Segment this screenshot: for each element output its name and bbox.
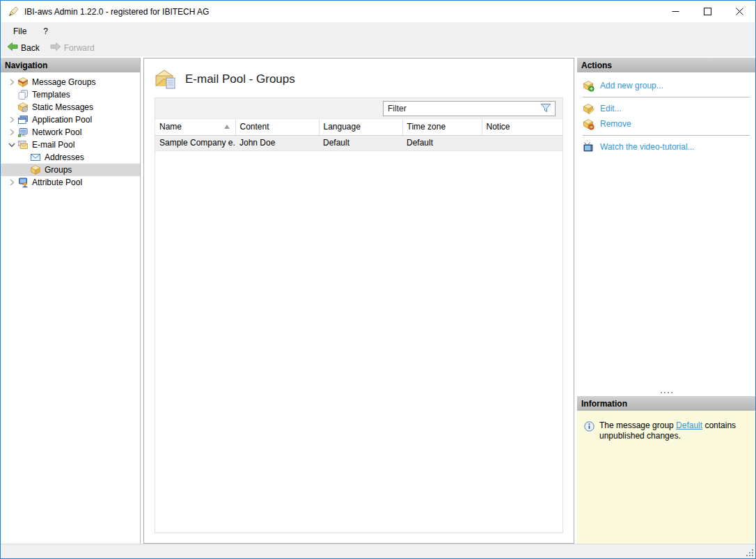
main-panel: E-mail Pool - Groups (143, 58, 574, 544)
chevron-down-icon[interactable] (6, 139, 17, 150)
tree-item-label: Templates (32, 90, 70, 100)
forward-arrow-icon (50, 41, 61, 54)
addresses-icon (30, 152, 41, 163)
tree-item-label: Network Pool (32, 127, 81, 137)
navigation-tree: Message Groups Templates (1, 72, 140, 189)
chevron-right-icon[interactable] (6, 127, 17, 138)
chevron-right-icon[interactable] (6, 177, 17, 188)
message-groups-icon (17, 77, 29, 88)
attribute-pool-icon (17, 177, 29, 188)
chevron-placeholder (19, 152, 30, 163)
email-pool-groups-icon (155, 69, 177, 90)
action-label[interactable]: Add new group... (600, 81, 663, 90)
remove-group-action[interactable]: Remove (583, 116, 755, 132)
actions-separator (583, 97, 750, 97)
app-window: IBI-aws Admin 1.22.0 - registered for IB… (0, 0, 756, 559)
filter-bar (155, 98, 562, 119)
tree-item-label: Static Messages (32, 102, 93, 112)
navigation-panel: Navigation Mess (1, 58, 141, 544)
cell-timezone[interactable]: Default (402, 135, 482, 150)
tree-item-label: Application Pool (32, 115, 92, 125)
chevron-right-icon[interactable] (6, 114, 17, 125)
actions-panel: Actions Add new group... (577, 58, 755, 157)
back-arrow-icon (7, 41, 18, 54)
forward-button[interactable]: Forward (46, 40, 99, 56)
sort-ascending-icon (224, 125, 230, 129)
tree-item-label: Attribute Pool (32, 178, 82, 187)
back-label: Back (21, 43, 40, 53)
video-tutorial-icon (583, 141, 594, 153)
tree-item-application-pool[interactable]: Application Pool (1, 113, 140, 126)
tree-item-label: E-mail Pool (32, 140, 74, 150)
info-icon (584, 421, 594, 432)
remove-group-icon (583, 118, 594, 130)
table-row[interactable]: Sample Company e... John Doe Default Def… (155, 135, 562, 150)
edit-group-icon (583, 103, 594, 115)
email-pool-icon (17, 139, 29, 150)
status-bar (1, 544, 755, 558)
column-header-name[interactable]: Name (155, 119, 235, 135)
video-tutorial-action[interactable]: Watch the video-tutorial... (583, 139, 755, 155)
tree-item-attribute-pool[interactable]: Attribute Pool (1, 176, 140, 189)
tree-item-label: Addresses (45, 152, 84, 162)
tree-item-email-pool[interactable]: E-mail Pool (1, 139, 140, 151)
templates-icon (17, 89, 29, 100)
groups-icon (30, 164, 41, 175)
chevron-right-icon[interactable] (6, 77, 17, 88)
tree-item-addresses[interactable]: Addresses (1, 151, 140, 164)
groups-table: Name Content Language Time zone Notice S… (155, 119, 562, 151)
tree-item-message-groups[interactable]: Message Groups (1, 76, 140, 88)
column-header-content[interactable]: Content (235, 119, 319, 135)
tree-item-static-messages[interactable]: Static Messages (1, 101, 140, 113)
table-header-row: Name Content Language Time zone Notice (155, 119, 562, 135)
actions-separator (583, 135, 750, 136)
default-group-link[interactable]: Default (676, 420, 702, 430)
cell-notice[interactable] (482, 135, 562, 150)
tree-item-label: Message Groups (32, 77, 95, 87)
filter-input[interactable] (384, 104, 540, 113)
cell-language[interactable]: Default (319, 135, 402, 150)
information-body: The message group Default contains unpub… (577, 411, 755, 544)
actions-list: Add new group... Edit... (577, 72, 755, 157)
action-label[interactable]: Remove (600, 119, 631, 129)
close-button[interactable] (723, 1, 755, 22)
tree-item-network-pool[interactable]: Network Pool (1, 126, 140, 139)
filter-funnel-icon[interactable] (540, 103, 553, 113)
chevron-placeholder (19, 164, 30, 175)
app-icon (7, 6, 19, 18)
content-area: Navigation Mess (1, 56, 755, 544)
filter-input-box[interactable] (383, 101, 556, 116)
column-header-timezone[interactable]: Time zone (402, 119, 482, 135)
title-bar: IBI-aws Admin 1.22.0 - registered for IB… (1, 1, 755, 22)
information-message: The message group Default contains unpub… (599, 420, 748, 441)
action-label[interactable]: Watch the video-tutorial... (600, 142, 695, 152)
tree-item-label: Groups (45, 165, 72, 175)
page-title: E-mail Pool - Groups (185, 72, 295, 86)
maximize-button[interactable] (691, 1, 723, 22)
window-controls (659, 1, 755, 22)
cell-content[interactable]: John Doe (235, 135, 319, 150)
forward-label: Forward (64, 43, 95, 53)
menu-help[interactable]: ? (37, 24, 54, 38)
main-header: E-mail Pool - Groups (155, 65, 563, 93)
tree-item-groups[interactable]: Groups (1, 164, 140, 176)
application-pool-icon (17, 114, 29, 125)
menu-file[interactable]: File (7, 24, 33, 38)
actions-panel-filler (577, 157, 755, 389)
network-pool-icon (17, 127, 29, 138)
navigation-toolbar: Back Forward (1, 40, 755, 56)
column-header-language[interactable]: Language (319, 119, 402, 135)
right-column: Actions Add new group... (577, 58, 755, 544)
splitter-handle[interactable] (577, 389, 755, 396)
resize-grip-icon[interactable] (745, 548, 755, 558)
edit-group-action[interactable]: Edit... (583, 101, 755, 116)
tree-item-templates[interactable]: Templates (1, 88, 140, 101)
action-label[interactable]: Edit... (600, 104, 622, 113)
back-button[interactable]: Back (3, 40, 44, 56)
column-header-notice[interactable]: Notice (482, 119, 562, 135)
chevron-placeholder (6, 102, 17, 113)
add-group-icon (583, 80, 594, 92)
minimize-button[interactable] (659, 1, 691, 22)
cell-name[interactable]: Sample Company e... (155, 135, 235, 150)
add-new-group-action[interactable]: Add new group... (583, 78, 755, 93)
